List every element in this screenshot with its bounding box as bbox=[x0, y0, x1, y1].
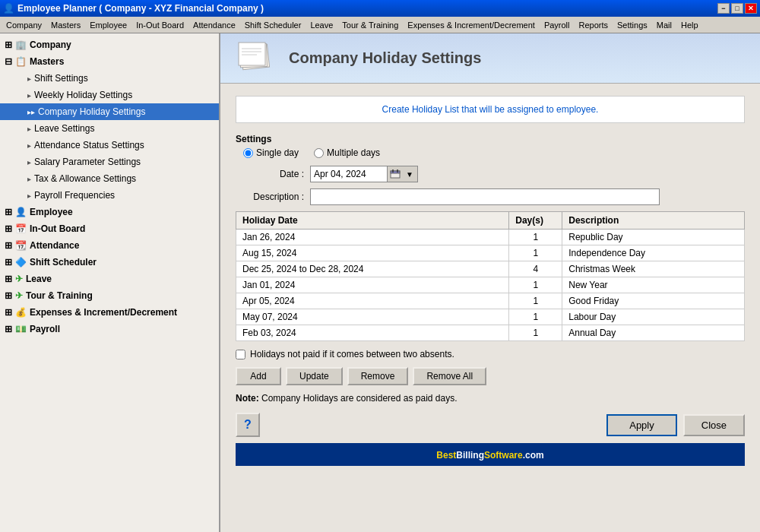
menu-tour[interactable]: Tour & Training bbox=[337, 19, 403, 31]
sidebar-item-tax-allowance[interactable]: ▸ Tax & Allowance Settings bbox=[0, 170, 219, 187]
sidebar-label-payroll: Payroll bbox=[30, 324, 60, 334]
cell-date: Apr 05, 2024 bbox=[236, 293, 509, 309]
table-row[interactable]: Jan 26, 2024 1 Republic Day bbox=[236, 230, 745, 245]
date-label: Date : bbox=[236, 169, 304, 179]
menu-settings[interactable]: Settings bbox=[613, 19, 652, 31]
sidebar-item-weekly-holiday[interactable]: ▸ Weekly Holiday Settings bbox=[0, 87, 219, 103]
add-button[interactable]: Add bbox=[236, 367, 281, 385]
close-button-form[interactable]: Close bbox=[683, 414, 745, 436]
menu-company[interactable]: Company bbox=[2, 19, 46, 31]
apply-button[interactable]: Apply bbox=[606, 414, 677, 436]
sidebar-item-payroll[interactable]: ⊞ 💵 Payroll bbox=[0, 321, 219, 337]
table-row[interactable]: Apr 05, 2024 1 Good Friday bbox=[236, 293, 745, 309]
sidebar-item-shift-settings[interactable]: ▸ Shift Settings bbox=[0, 70, 219, 87]
radio-single-day-input[interactable] bbox=[243, 148, 253, 158]
table-row[interactable]: Aug 15, 2024 1 Independence Day bbox=[236, 245, 745, 261]
expand-icon7: ⊞ bbox=[5, 290, 12, 301]
col-description: Description bbox=[562, 212, 745, 230]
cell-days: 1 bbox=[509, 230, 562, 245]
menu-inout[interactable]: In-Out Board bbox=[131, 19, 188, 31]
info-box: Create Holiday List that will be assigne… bbox=[236, 96, 745, 123]
main-layout: ⊞ 🏢 Company ⊟ 📋 Masters ▸ Shift Settings… bbox=[0, 33, 760, 532]
menu-payroll[interactable]: Payroll bbox=[540, 19, 575, 31]
note-text: Company Holidays are considered as paid … bbox=[261, 393, 457, 404]
minimize-button[interactable]: − bbox=[717, 3, 730, 14]
sidebar-item-attendance-status[interactable]: ▸ Attendance Status Settings bbox=[0, 137, 219, 154]
calendar-button[interactable] bbox=[387, 166, 402, 182]
sidebar-item-attendance[interactable]: ⊞ 📆 Attendance bbox=[0, 237, 219, 254]
company-icon: 🏢 bbox=[15, 40, 27, 50]
sidebar-item-salary-param[interactable]: ▸ Salary Parameter Settings bbox=[0, 154, 219, 170]
sidebar-label-salary-param: Salary Parameter Settings bbox=[34, 157, 141, 167]
description-input[interactable] bbox=[310, 188, 660, 205]
header-icon bbox=[236, 41, 274, 75]
remove-button[interactable]: Remove bbox=[347, 367, 409, 385]
cell-date: Aug 15, 2024 bbox=[236, 245, 509, 261]
sidebar-item-leave[interactable]: ⊞ ✈ Leave bbox=[0, 271, 219, 287]
footer-brand: Best bbox=[436, 450, 456, 461]
tree-dash-icon7: ▸ bbox=[27, 192, 31, 200]
menu-expenses[interactable]: Expenses & Increment/Decrement bbox=[403, 19, 540, 31]
absent-checkbox-label: Holidays not paid if it comes between tw… bbox=[250, 349, 454, 359]
sidebar-label-inout: In-Out Board bbox=[30, 223, 85, 234]
sidebar-item-company[interactable]: ⊞ 🏢 Company bbox=[0, 36, 219, 53]
sidebar-label-company: Company bbox=[30, 40, 71, 50]
sidebar-item-masters[interactable]: ⊟ 📋 Masters bbox=[0, 53, 219, 70]
radio-single-day-label: Single day bbox=[256, 147, 299, 158]
radio-multiple-days-input[interactable] bbox=[314, 148, 324, 158]
col-holiday-date: Holiday Date bbox=[236, 212, 509, 230]
date-input-wrapper[interactable]: ▼ bbox=[310, 166, 418, 182]
cell-description: Good Friday bbox=[562, 293, 745, 309]
radio-multiple-days[interactable]: Multiple days bbox=[314, 147, 380, 158]
table-row[interactable]: Feb 03, 2024 1 Annual Day bbox=[236, 325, 745, 341]
info-text: Create Holiday List that will be assigne… bbox=[382, 104, 599, 115]
cell-description: Republic Day bbox=[562, 230, 745, 245]
sidebar-label-attendance-status: Attendance Status Settings bbox=[34, 140, 144, 150]
close-button[interactable]: ✕ bbox=[745, 3, 757, 14]
help-button[interactable]: ? bbox=[236, 413, 260, 437]
radio-single-day[interactable]: Single day bbox=[243, 147, 299, 158]
holiday-table: Holiday Date Day(s) Description Jan 26, … bbox=[236, 211, 745, 341]
sidebar-item-shift-scheduler[interactable]: ⊞ 🔷 Shift Scheduler bbox=[0, 254, 219, 271]
sidebar-item-payroll-freq[interactable]: ▸ Payroll Frequencies bbox=[0, 187, 219, 204]
menu-shift[interactable]: Shift Scheduler bbox=[240, 19, 306, 31]
settings-label: Settings bbox=[236, 134, 745, 144]
cell-days: 4 bbox=[509, 261, 562, 277]
remove-all-button[interactable]: Remove All bbox=[413, 367, 486, 385]
content-header: Company Holiday Settings bbox=[220, 33, 760, 84]
absent-checkbox[interactable] bbox=[236, 350, 245, 359]
tree-dash-icon: ▸ bbox=[27, 74, 31, 83]
update-button[interactable]: Update bbox=[286, 367, 343, 385]
sidebar-label-employee: Employee bbox=[30, 207, 73, 217]
sidebar-item-employee[interactable]: ⊞ 👤 Employee bbox=[0, 204, 219, 220]
menu-leave[interactable]: Leave bbox=[306, 19, 337, 31]
sidebar-item-expenses[interactable]: ⊞ 💰 Expenses & Increment/Decrement bbox=[0, 304, 219, 321]
table-row[interactable]: Dec 25, 2024 to Dec 28, 2024 4 Christmas… bbox=[236, 261, 745, 277]
sidebar-item-leave-settings[interactable]: ▸ Leave Settings bbox=[0, 120, 219, 137]
svg-rect-2 bbox=[239, 43, 265, 65]
sidebar-item-company-holiday[interactable]: ▸▸ Company Holiday Settings bbox=[0, 103, 219, 120]
table-row[interactable]: May 07, 2024 1 Labour Day bbox=[236, 309, 745, 325]
date-input[interactable] bbox=[311, 166, 387, 182]
menu-reports[interactable]: Reports bbox=[575, 19, 613, 31]
menu-employee[interactable]: Employee bbox=[85, 19, 131, 31]
menu-help[interactable]: Help bbox=[676, 19, 703, 31]
expenses-icon: 💰 bbox=[15, 307, 27, 318]
app-icon: 👤 bbox=[3, 3, 14, 14]
menu-masters[interactable]: Masters bbox=[46, 19, 85, 31]
radio-multiple-days-label: Multiple days bbox=[327, 147, 380, 158]
cell-description: Independence Day bbox=[562, 245, 745, 261]
date-dropdown-button[interactable]: ▼ bbox=[402, 166, 417, 182]
description-label: Description : bbox=[236, 192, 304, 202]
maximize-button[interactable]: □ bbox=[731, 3, 743, 14]
menu-attendance[interactable]: Attendance bbox=[188, 19, 240, 31]
employee-icon: 👤 bbox=[15, 207, 27, 217]
collapse-icon: ⊟ bbox=[5, 56, 12, 67]
title-bar-controls: − □ ✕ bbox=[717, 3, 757, 14]
sidebar-item-inout[interactable]: ⊞ 📅 In-Out Board bbox=[0, 220, 219, 237]
menu-bar: Company Masters Employee In-Out Board At… bbox=[0, 17, 760, 33]
action-buttons: Apply Close bbox=[606, 414, 745, 436]
table-row[interactable]: Jan 01, 2024 1 New Year bbox=[236, 277, 745, 293]
sidebar-item-tour[interactable]: ⊞ ✈ Tour & Training bbox=[0, 287, 219, 304]
menu-mail[interactable]: Mail bbox=[652, 19, 676, 31]
